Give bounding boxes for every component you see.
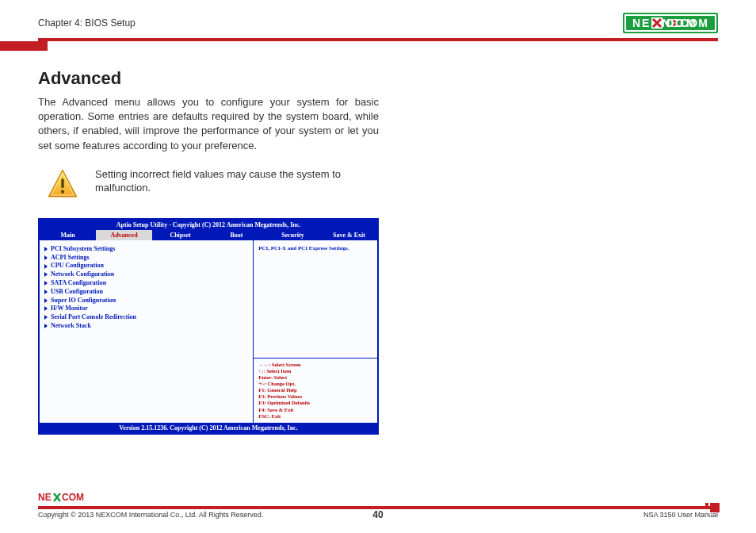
bios-help-text: PCI, PCI-X and PCI Express Settings. [254, 240, 377, 358]
bios-item: CPU Configuration [44, 262, 248, 270]
warning-icon [46, 167, 79, 204]
bios-item: ACPI Settings [44, 254, 248, 263]
bios-tab-chipset: Chipset [152, 230, 208, 240]
svg-text:NE: NE [38, 492, 52, 503]
svg-text:C: C [666, 17, 674, 29]
bios-item: Super IO Configuration [44, 297, 248, 305]
bios-item: Network Stack [44, 322, 248, 331]
intro-paragraph: The Advanced menu allows you to configur… [38, 95, 379, 153]
bios-tab-boot: Boot [208, 230, 265, 240]
bios-screenshot: Aptio Setup Utility - Copyright (C) 2012… [38, 218, 379, 435]
bios-item: USB Configuration [44, 288, 248, 297]
bios-key-legend: →←: Select Screen ↑↓: Select Item Enter:… [254, 358, 377, 423]
bios-tab-advanced: Advanced [96, 230, 152, 240]
svg-rect-12 [61, 178, 64, 188]
warning-text: Setting incorrect field values may cause… [95, 167, 357, 195]
svg-text:M: M [686, 17, 696, 29]
svg-point-13 [61, 190, 64, 193]
page-title: Advanced [38, 68, 718, 89]
bios-item: Network Configuration [44, 270, 248, 279]
bios-tab-main: Main [40, 230, 96, 240]
bios-footer-bar: Version 2.15.1236. Copyright (C) 2012 Am… [40, 423, 377, 433]
svg-text:E: E [642, 17, 649, 29]
bios-tab-security: Security [265, 230, 321, 240]
bios-tab-save-exit: Save & Exit [321, 230, 377, 240]
manual-name: NSA 3150 User Manual [643, 511, 718, 519]
bios-item: H/W Monitor [44, 305, 248, 313]
bios-item: SATA Configuration [44, 279, 248, 288]
bios-menu-list: PCI Subsystem Settings ACPI Settings CPU… [40, 240, 254, 423]
bios-title-bar: Aptio Setup Utility - Copyright (C) 2012… [40, 220, 377, 230]
bios-item: PCI Subsystem Settings [44, 245, 248, 254]
page-number: 40 [372, 509, 383, 520]
svg-text:O: O [675, 17, 684, 29]
svg-text:COM: COM [62, 492, 84, 503]
copyright-text: Copyright © 2013 NEXCOM International Co… [38, 511, 263, 519]
brand-logo: NE ✕ COM N E C O M [623, 13, 718, 33]
svg-text:N: N [632, 17, 640, 29]
bios-item: Serial Port Console Redirection [44, 313, 248, 322]
bios-tab-row: Main Advanced Chipset Boot Security Save… [40, 230, 377, 240]
chapter-label: Chapter 4: BIOS Setup [38, 17, 136, 29]
header-divider [38, 38, 718, 41]
